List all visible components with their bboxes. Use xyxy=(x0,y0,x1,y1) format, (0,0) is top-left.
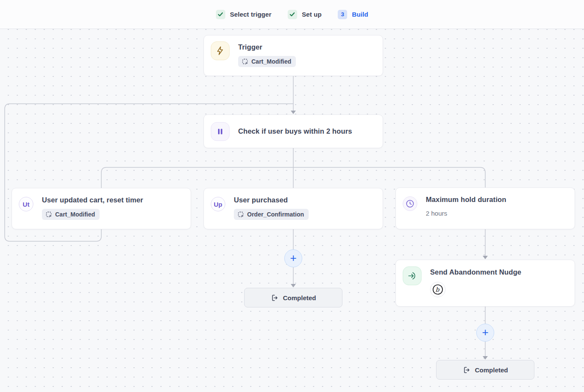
completed-exit-center[interactable]: Completed xyxy=(244,288,342,307)
add-step-button-right[interactable]: + xyxy=(476,324,494,342)
exit-label: Completed xyxy=(475,366,508,374)
send-nudge-node[interactable]: Send Abandonment Nudge b xyxy=(395,260,575,307)
enter-arrow-icon xyxy=(403,266,422,285)
exit-label: Completed xyxy=(283,294,316,301)
event-tag-label: Order_Confirmation xyxy=(247,211,304,218)
trigger-node[interactable]: Trigger Cart_Modified xyxy=(204,35,383,76)
arrowhead-nudge xyxy=(483,256,488,259)
add-step-button-center[interactable]: + xyxy=(284,249,302,267)
event-tag: Cart_Modified xyxy=(42,209,100,220)
completed-exit-right[interactable]: Completed xyxy=(436,360,534,380)
branch-purchased-node[interactable]: Up User purchased Order_Confirmation xyxy=(204,188,383,229)
arrowhead-completed-right xyxy=(483,356,488,360)
node-title: Trigger xyxy=(238,43,296,51)
clock-icon xyxy=(403,196,417,211)
event-tag: Order_Confirmation xyxy=(234,209,309,220)
step-label: Set up xyxy=(302,11,321,18)
node-title: Maximum hold duration xyxy=(426,196,506,204)
step-select-trigger[interactable]: Select trigger xyxy=(216,10,271,19)
plus-icon: + xyxy=(482,327,488,338)
node-title: User purchased xyxy=(234,196,309,204)
branch-max-hold-node[interactable]: Maximum hold duration 2 hours xyxy=(395,187,575,229)
selection-box-icon xyxy=(238,211,244,218)
step-label: Build xyxy=(352,11,368,18)
node-title: Send Abandonment Nudge xyxy=(430,268,521,276)
braze-logo-icon: b xyxy=(430,282,445,297)
node-subtitle: 2 hours xyxy=(426,210,506,217)
check-icon xyxy=(216,10,225,19)
plus-icon: + xyxy=(290,252,296,263)
selection-box-icon xyxy=(242,59,248,65)
step-number-badge: 3 xyxy=(338,10,347,19)
selection-box-icon xyxy=(46,211,52,218)
wait-check-node[interactable]: Check if user buys within 2 hours xyxy=(204,114,383,148)
event-tag: Cart_Modified xyxy=(238,56,296,67)
arrowhead-completed-center xyxy=(291,284,296,287)
step-label: Select trigger xyxy=(230,11,271,18)
step-set-up[interactable]: Set up xyxy=(288,10,321,19)
arrowhead-check xyxy=(291,111,296,114)
event-tag-label: Cart_Modified xyxy=(55,211,95,218)
lightning-icon xyxy=(211,41,230,60)
workflow-builder-page: Select trigger Set up 3 Build xyxy=(0,0,584,392)
wizard-steps-bar: Select trigger Set up 3 Build xyxy=(0,0,584,29)
branch-reset-timer-node[interactable]: Ut User updated cart, reset timer Cart_M… xyxy=(12,188,191,229)
branch-avatar: Ut xyxy=(19,197,33,211)
pause-icon xyxy=(211,122,230,141)
check-icon xyxy=(288,10,297,19)
exit-icon xyxy=(271,294,279,302)
flow-canvas[interactable]: Trigger Cart_Modified Check if user buys… xyxy=(0,29,584,392)
svg-text:b: b xyxy=(436,286,440,293)
node-title: User updated cart, reset timer xyxy=(42,196,143,204)
node-title: Check if user buys within 2 hours xyxy=(238,127,352,135)
step-build[interactable]: 3 Build xyxy=(338,10,368,19)
event-tag-label: Cart_Modified xyxy=(251,58,291,65)
branch-avatar: Up xyxy=(211,197,225,211)
exit-icon xyxy=(463,366,471,374)
